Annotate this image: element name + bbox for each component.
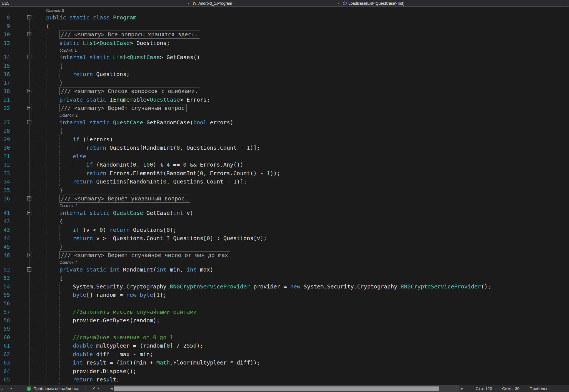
line-number: 54 (0, 282, 12, 291)
code-line[interactable]: 60//случайное значение от 0 до 1 (0, 333, 569, 342)
code-line[interactable]: 61double multypleer = (random[0] / 255d)… (0, 341, 569, 350)
collapsed-xml-summary[interactable]: /// <summary> Вернет случайное число от … (59, 251, 230, 259)
line-number: 33 (0, 169, 12, 178)
spaces-indicator[interactable]: Пробелы (530, 386, 547, 391)
indent-guide (46, 112, 59, 118)
code-line[interactable]: 28{ (0, 127, 569, 135)
fold-collapse-icon[interactable]: − (27, 267, 31, 272)
code-line[interactable]: 8−public static class Program (0, 13, 569, 22)
code-line[interactable]: 45} (0, 243, 569, 251)
scroll-left-arrow[interactable]: ◀ (109, 385, 114, 392)
code-line[interactable]: 54System.Security.Cryptography.RNGCrypto… (0, 282, 569, 291)
document-health-indicator[interactable]: ✓ Проблемы не найдены. (22, 386, 83, 391)
collapsed-xml-summary[interactable]: /// <summary> Список вопросов с ошибками… (59, 87, 200, 95)
project-dropdown-label: UE5 (2, 1, 9, 6)
indent-guide (59, 226, 73, 234)
collapsed-summary-line[interactable]: 36+/// <summary> Вернёт указанный вопрос… (0, 194, 569, 203)
collapsed-summary-line[interactable]: 46+/// <summary> Вернет случайное число … (0, 251, 569, 260)
collapsed-summary-line[interactable]: 10+/// <summary> Все вопросы хранятся зд… (0, 30, 569, 39)
indent-guide (33, 243, 46, 251)
code-line[interactable]: 30return Questions[RandomInt(0, Question… (0, 144, 569, 152)
indent-guide (46, 87, 59, 96)
codelens-references-link[interactable]: Ссылок: 2 (59, 113, 78, 117)
code-line[interactable]: 31else (0, 152, 569, 161)
code-line[interactable]: 42{ (0, 217, 569, 226)
code-line[interactable]: 62double diff = max - min; (0, 350, 569, 359)
collapsed-xml-summary[interactable]: /// <summary> Вернёт случайный вопрос (59, 104, 187, 112)
codelens-row[interactable]: Ссылок: 2 (0, 112, 569, 118)
codelens-row[interactable]: ссылка: 1 (0, 47, 569, 53)
code-line[interactable]: 32if (RandomInt(0, 100) % 4 == 0 && Erro… (0, 160, 569, 169)
codelens-row[interactable]: Ссылок: 4 (0, 260, 569, 265)
code-line[interactable]: 65return result; (0, 375, 569, 384)
code-text: if (v < 0) return Questions[0]; (73, 227, 176, 233)
collapsed-summary-line[interactable]: 22+/// <summary> Вернёт случайный вопрос (0, 104, 569, 112)
method-dropdown[interactable]: LoadBase(List<QuestCase> list) (341, 0, 569, 6)
line-number: 43 (0, 226, 12, 234)
class-dropdown[interactable]: Android_1.Program ▾ (191, 0, 341, 6)
code-line[interactable]: 17} (0, 79, 569, 87)
code-line[interactable]: 9{ (0, 22, 569, 31)
collapsed-summary-line[interactable]: 18+/// <summary> Список вопросов с ошибк… (0, 87, 569, 96)
code-line[interactable]: 52−private static int RandomInt(int min,… (0, 265, 569, 274)
code-line[interactable]: 13static List<QuestCase> Questions; (0, 39, 569, 47)
code-line[interactable]: 27−internal static QuestCase GetRandomCa… (0, 118, 569, 127)
fold-collapse-icon[interactable]: − (27, 120, 31, 124)
codelens-row[interactable]: Ссылок: 9 (0, 7, 569, 13)
codelens-row[interactable]: Ссылок: 2 (0, 203, 569, 209)
fold-expand-icon[interactable]: + (27, 253, 31, 257)
fold-collapse-icon[interactable]: − (27, 55, 31, 59)
project-dropdown[interactable]: UE5 ▾ (0, 0, 191, 6)
line-indicator[interactable]: Стр: 120 (476, 386, 492, 391)
code-line[interactable]: 44return v >= Questions.Count ? Question… (0, 234, 569, 243)
code-line[interactable]: 57//Заполнить массив случайными байтами (0, 308, 569, 316)
indent-guide (46, 79, 59, 87)
code-text: static List<QuestCase> Questions; (59, 40, 170, 46)
scrollbar-track[interactable] (114, 385, 460, 392)
code-line[interactable]: 34return Questions[RandomInt(0, Question… (0, 177, 569, 186)
code-line[interactable]: 35} (0, 186, 569, 195)
code-line[interactable]: 41−internal static QuestCase GetCase(int… (0, 209, 569, 217)
code-text: return v >= Questions.Count ? Questions[… (73, 235, 267, 242)
line-number: 44 (0, 234, 12, 243)
code-line[interactable]: 63int result = (int)(min + Math.Floor(mu… (0, 358, 569, 367)
code-line[interactable]: 29if (!errors) (0, 135, 569, 144)
code-line[interactable]: 15{ (0, 62, 569, 70)
fold-expand-icon[interactable]: + (27, 196, 31, 200)
code-line[interactable]: 64provider.Dispose(); (0, 367, 569, 376)
zoom-dropdown[interactable]: s ▾ (0, 386, 22, 391)
codelens-references-link[interactable]: Ссылок: 9 (46, 8, 64, 13)
indent-guide (73, 144, 86, 152)
code-line[interactable]: 33return Errors.ElementAt(RandomInt(0, E… (0, 169, 569, 178)
code-text: provider.GetBytes(random); (73, 317, 160, 324)
code-line[interactable]: 59 (0, 325, 569, 333)
fold-expand-icon[interactable]: + (27, 106, 31, 110)
pen-tool-button[interactable]: ▾ (89, 386, 102, 391)
code-line[interactable]: 55byte[] random = new byte[1]; (0, 291, 569, 299)
code-line[interactable]: 43if (v < 0) return Questions[0]; (0, 226, 569, 234)
indent-guide (46, 70, 59, 79)
code-line[interactable]: 58provider.GetBytes(random); (0, 316, 569, 325)
indent-guide (33, 217, 46, 226)
code-line[interactable]: 16return Questions; (0, 70, 569, 79)
indent-guide (46, 234, 59, 243)
codelens-references-link[interactable]: ссылка: 1 (59, 48, 77, 52)
code-editor[interactable]: Ссылок: 98−public static class Program9{… (0, 7, 569, 385)
fold-collapse-icon[interactable]: − (27, 211, 31, 215)
column-indicator[interactable]: Симв: 30 (502, 386, 520, 391)
collapsed-xml-summary[interactable]: /// <summary> Все вопросы хранятся здесь… (59, 31, 200, 39)
code-line[interactable]: 56 (0, 299, 569, 308)
code-line[interactable]: 21private static IEnumerable<QuestCase> … (0, 96, 569, 104)
code-line[interactable]: 53{ (0, 274, 569, 282)
scrollbar-thumb[interactable] (114, 386, 439, 391)
line-number: 15 (0, 62, 12, 70)
scroll-right-arrow[interactable]: ▶ (460, 385, 465, 392)
code-line[interactable]: 14−internal static List<QuestCase> GetCa… (0, 53, 569, 62)
fold-collapse-icon[interactable]: − (27, 15, 31, 19)
codelens-references-link[interactable]: Ссылок: 4 (59, 260, 78, 265)
codelens-references-link[interactable]: Ссылок: 2 (59, 203, 78, 208)
indent-guide (33, 308, 46, 316)
fold-expand-icon[interactable]: + (27, 32, 31, 36)
fold-expand-icon[interactable]: + (27, 89, 31, 93)
collapsed-xml-summary[interactable]: /// <summary> Вернёт указанный вопрос. (59, 195, 190, 203)
